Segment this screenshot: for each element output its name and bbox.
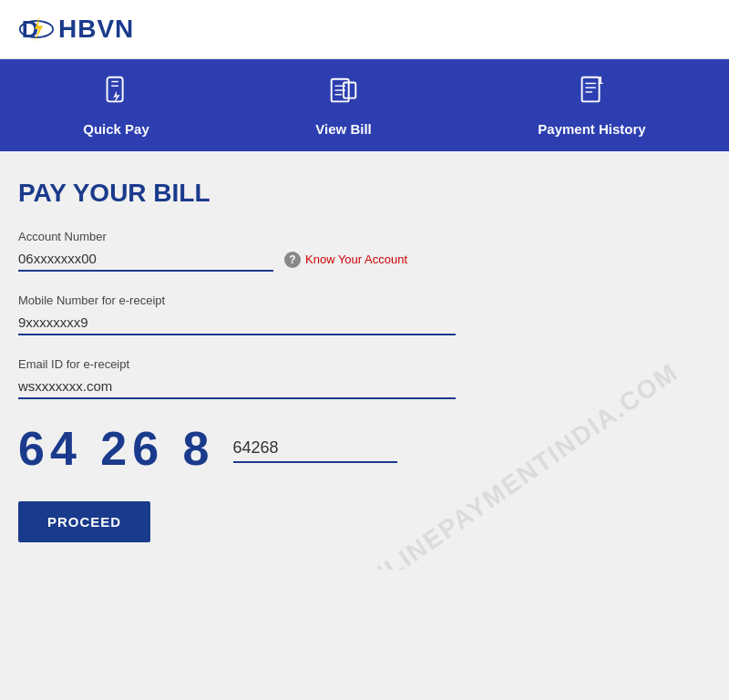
nav-item-payment-history[interactable]: 1 Payment History — [501, 74, 682, 137]
payment-history-label: Payment History — [538, 121, 645, 137]
payment-history-icon: 1 — [575, 74, 610, 116]
view-bill-label: View Bill — [315, 121, 371, 137]
mobile-number-label: Mobile Number for e-receipt — [18, 293, 456, 307]
nav-item-view-bill[interactable]: View Bill — [279, 74, 407, 137]
page-title: PAY YOUR BILL — [18, 179, 702, 208]
svg-text:1: 1 — [597, 75, 603, 86]
quick-pay-label: Quick Pay — [83, 121, 149, 137]
main-content: PAY YOUR BILL Account Number ? Know Your… — [0, 151, 729, 570]
mobile-number-input[interactable] — [18, 311, 456, 335]
account-number-group: Account Number ? Know Your Account — [18, 230, 456, 272]
mobile-number-group: Mobile Number for e-receipt — [18, 293, 456, 335]
logo-icon: D — [18, 11, 55, 47]
question-icon: ? — [284, 252, 301, 268]
svg-rect-3 — [107, 77, 122, 102]
account-number-label: Account Number — [18, 230, 456, 243]
nav-item-quick-pay[interactable]: Quick Pay — [46, 74, 186, 137]
email-input[interactable] — [18, 375, 456, 399]
email-group: Email ID for e-receipt — [18, 357, 456, 399]
header: D HBVN — [0, 0, 729, 59]
bill-form: Account Number ? Know Your Account Mobil… — [18, 230, 456, 542]
account-number-row: ? Know Your Account — [18, 247, 456, 272]
logo: D HBVN — [18, 11, 134, 47]
know-your-account-link[interactable]: ? Know Your Account — [284, 252, 407, 268]
logo-text: HBVN — [58, 15, 134, 44]
email-label: Email ID for e-receipt — [18, 357, 456, 371]
know-account-text: Know Your Account — [305, 252, 407, 266]
captcha-input[interactable] — [233, 435, 397, 463]
svg-rect-12 — [581, 77, 599, 102]
captcha-section: 64 26 8 — [18, 421, 456, 476]
proceed-button[interactable]: PROCEED — [18, 501, 150, 542]
view-bill-icon — [326, 74, 361, 116]
nav-bar: Quick Pay View Bill 1 Payment Histo — [0, 59, 729, 151]
account-number-input[interactable] — [18, 247, 273, 272]
quick-pay-icon — [99, 74, 134, 116]
captcha-display: 64 26 8 — [18, 421, 215, 476]
